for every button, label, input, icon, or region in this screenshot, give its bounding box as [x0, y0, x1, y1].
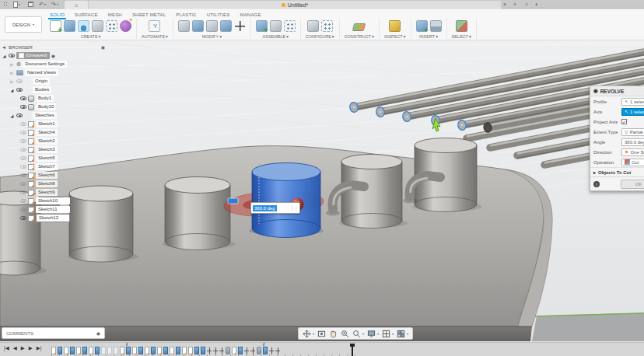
visibility-eye-icon[interactable]	[20, 105, 26, 109]
configuration-table-icon[interactable]	[321, 20, 333, 32]
undo-icon[interactable]: ↶▾	[39, 0, 46, 9]
timeline-item-extrude[interactable]	[238, 347, 243, 354]
look-at-icon[interactable]	[317, 330, 326, 338]
timeline-item-move[interactable]	[250, 347, 255, 354]
select-icon[interactable]	[456, 20, 467, 32]
timeline-item-move[interactable]	[269, 347, 274, 354]
expand-icon[interactable]: ◢	[9, 88, 15, 92]
play-button[interactable]: ▶	[21, 345, 25, 351]
press-pull-icon[interactable]	[178, 20, 190, 32]
modify-menu[interactable]: MODIFY▾	[202, 34, 222, 39]
visibility-eye-icon[interactable]	[20, 199, 26, 203]
browser-item-sketch[interactable]: Sketch7	[2, 162, 105, 171]
angle-field[interactable]: 360.0 deg	[621, 138, 644, 146]
timeline-item-sketch[interactable]	[182, 347, 187, 354]
browser-item-named-views[interactable]: ▷ Named Views	[2, 68, 105, 77]
form-icon[interactable]	[120, 20, 131, 32]
timeline-item-sketch[interactable]	[232, 347, 236, 354]
profile-selection-chip[interactable]: ↖1 selected	[621, 98, 644, 106]
visibility-eye-icon[interactable]	[20, 122, 26, 126]
automate-icon[interactable]	[149, 20, 160, 32]
timeline-item-sketch[interactable]	[51, 347, 56, 354]
tab-solid[interactable]: SOLID	[50, 12, 65, 17]
redo-icon[interactable]: ↷▾	[51, 0, 58, 9]
timeline-item-extrude[interactable]	[58, 347, 62, 354]
timeline-track[interactable]: //////	[51, 345, 280, 354]
close-tab-icon[interactable]: ×	[500, 0, 509, 9]
automate-menu[interactable]: AUTOMATE▾	[142, 34, 168, 39]
configuration-icon[interactable]	[307, 20, 319, 32]
home-tab[interactable]: ⌂	[65, 1, 88, 9]
shell-icon[interactable]	[206, 20, 218, 32]
visibility-eye-icon[interactable]	[20, 182, 26, 186]
insert-derive-icon[interactable]	[416, 20, 428, 32]
timeline-item-extrude[interactable]	[95, 347, 100, 354]
viewports-icon[interactable]: ▾	[397, 330, 408, 338]
timeline-item-sketch[interactable]	[170, 347, 174, 354]
revolve-icon[interactable]	[78, 20, 89, 32]
zoom-icon[interactable]	[341, 330, 349, 338]
visibility-eye-icon[interactable]	[20, 96, 26, 100]
browser-item-sketch[interactable]: Sketch6	[2, 171, 105, 180]
expand-icon[interactable]: ◢	[9, 113, 15, 118]
timeline-item-sketch[interactable]	[76, 347, 81, 354]
browser-item-document-settings[interactable]: ▷ ⚙ Document Settings	[2, 60, 105, 68]
browser-item-sketch[interactable]: Sketch8	[2, 180, 105, 188]
timeline-item-sketch[interactable]	[120, 347, 124, 354]
sweep-icon[interactable]	[92, 20, 103, 32]
timeline-item-move[interactable]	[213, 347, 218, 354]
collapse-icon[interactable]: ▷	[9, 71, 15, 75]
browser-item-sketch[interactable]: Sketch10	[2, 197, 105, 205]
viewport-canvas[interactable]: ◄ BROWSER ◉ ◢ (Unsaved) ◉ ▷ ⚙ Document S…	[0, 40, 644, 342]
timeline-item-extrude[interactable]	[82, 347, 87, 354]
timeline-item-plane[interactable]	[101, 347, 106, 354]
browser-item-sketches[interactable]: ◢ Sketches	[2, 111, 105, 120]
operation-dropdown[interactable]: Cut	[621, 159, 644, 166]
direction-dropdown[interactable]: ⚑One Side	[621, 148, 644, 156]
timeline-item-plane[interactable]	[114, 347, 118, 354]
save-icon[interactable]	[28, 0, 33, 9]
construct-plane-icon[interactable]	[352, 23, 366, 31]
tab-surface[interactable]: SURFACE	[75, 12, 98, 17]
browser-item-body1[interactable]: Body1	[2, 94, 105, 103]
visibility-eye-icon[interactable]	[20, 148, 26, 152]
measure-icon[interactable]	[389, 20, 401, 32]
expand-icon[interactable]: ◢	[2, 54, 7, 58]
timeline-item-sketch[interactable]	[157, 347, 162, 354]
step-back-button[interactable]: ◀	[13, 345, 17, 351]
browser-item-sketch[interactable]: Sketch11	[2, 205, 105, 214]
browser-item-bodies[interactable]: ◢ Bodies	[2, 86, 105, 94]
tab-manage[interactable]: MANAGE	[240, 12, 261, 17]
tab-plastic[interactable]: PLASTIC	[176, 12, 196, 17]
browser-item-sketch[interactable]: Sketch3	[2, 145, 105, 154]
timeline-item-extrude-marked[interactable]: ///	[126, 347, 131, 354]
comments-settings-icon[interactable]: ◉	[96, 330, 100, 336]
combine-icon[interactable]	[220, 20, 232, 32]
revolve-preview-cylinder[interactable]	[249, 163, 324, 238]
extent-type-dropdown[interactable]: ▽Partial	[621, 128, 644, 136]
timeline-item-extrude[interactable]	[163, 347, 168, 354]
browser-settings-icon[interactable]: ◉	[101, 44, 105, 50]
visibility-eye-icon[interactable]	[16, 88, 23, 92]
file-menu-icon[interactable]: ▾	[13, 0, 20, 9]
visibility-eye-icon[interactable]	[20, 216, 26, 220]
skip-to-start-button[interactable]: |◀	[4, 345, 9, 351]
orbit-icon[interactable]: ▾	[303, 330, 314, 338]
pan-icon[interactable]	[329, 330, 338, 338]
visibility-eye-icon[interactable]	[16, 79, 23, 83]
timeline-item-sketch[interactable]	[145, 347, 149, 354]
objects-to-cut-row[interactable]: ▸ Objects To Cut	[590, 167, 644, 176]
extrude-icon[interactable]	[64, 20, 75, 32]
axis-selection-chip[interactable]: ↖1 selected	[621, 108, 644, 116]
browser-item-origin[interactable]: ▷ Origin	[2, 77, 105, 86]
create-sketch-icon[interactable]	[50, 20, 61, 32]
create-menu[interactable]: CREATE▾	[81, 34, 101, 39]
angle-input[interactable]: 360.0 deg ⋮	[250, 202, 300, 214]
info-icon[interactable]: i	[593, 181, 600, 187]
kebab-menu-icon[interactable]: ⋮	[292, 205, 299, 211]
visibility-eye-icon[interactable]	[16, 113, 23, 117]
collapse-icon[interactable]: ▷	[9, 62, 15, 67]
skip-to-end-button[interactable]: ▶|	[37, 345, 42, 351]
timeline-item-move[interactable]	[244, 347, 249, 354]
document-tab[interactable]: Untitled*	[89, 1, 501, 9]
